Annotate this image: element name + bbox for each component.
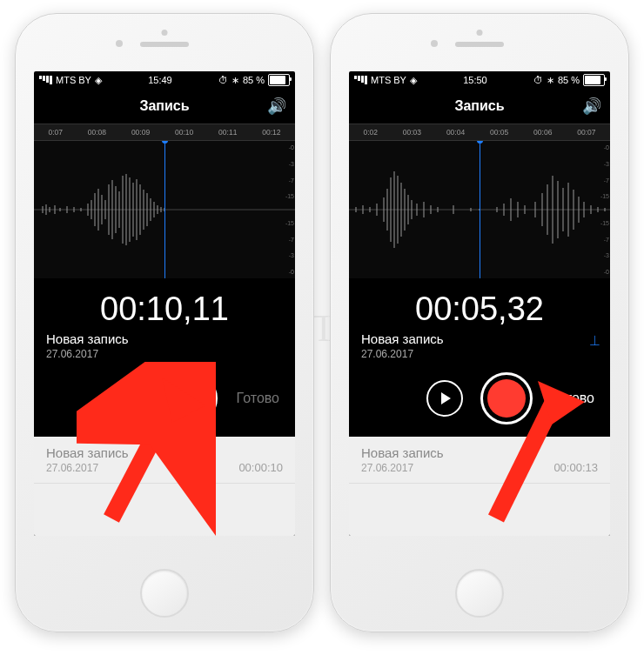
record-button[interactable] [480,372,533,424]
signal-bars-icon [354,76,367,84]
time-mark: 00:12 [262,128,280,137]
recording-title[interactable]: Новая запись [349,331,610,346]
phone-frame-right: MTS BY ◈ 15:50 ⏱ ∗ 85 % Запись 🔊 0:02 00… [330,13,629,632]
time-mark: 00:07 [577,128,595,137]
nav-header: Запись 🔊 [349,89,610,124]
db-scale: -0-3 -7-15 -15 -7-3 -0 [285,144,294,275]
done-button[interactable]: Готово [237,391,279,406]
recording-title[interactable]: Новая запись [34,331,295,346]
alarm-icon: ⏱ [533,75,543,85]
recordings-list[interactable]: Новая запись 27.06.2017 00:00:10 [34,437,295,536]
time-mark: 00:10 [175,128,193,137]
speaker-output-icon[interactable]: 🔊 [267,97,286,116]
waveform-timeline[interactable]: 0:07 00:08 00:09 00:10 00:11 00:12 [34,124,295,141]
list-item[interactable]: Новая запись 27.06.2017 00:00:10 [34,437,295,484]
sensor-dot [162,30,168,36]
list-item-duration: 00:00:13 [553,461,598,474]
time-mark: 00:08 [88,128,106,137]
bluetooth-icon: ∗ [547,75,554,86]
earpiece-speaker [455,42,504,47]
battery-icon [583,74,605,86]
list-item[interactable]: Новая запись 27.06.2017 00:00:13 [349,437,610,484]
recordings-list[interactable]: Новая запись 27.06.2017 00:00:13 [349,437,610,536]
playhead[interactable] [480,141,480,278]
home-button[interactable] [455,569,504,618]
playhead[interactable] [164,141,165,278]
page-title: Запись [139,98,189,114]
wifi-icon: ◈ [95,75,102,86]
carrier-label: MTS BY [371,75,406,85]
list-item-title: Новая запись [46,445,129,460]
list-item-title: Новая запись [361,445,444,460]
recording-date: 27.06.2017 [34,346,295,360]
transport-controls: Готово [349,372,610,424]
wifi-icon: ◈ [410,75,417,86]
bluetooth-icon: ∗ [231,75,239,86]
time-mark: 00:05 [490,128,508,137]
sensor-dot [477,30,483,36]
db-scale: -0-3 -7-15 -15 -7-3 -0 [600,144,609,275]
front-camera [431,40,438,47]
time-mark: 00:06 [533,128,552,137]
play-button[interactable] [426,380,463,417]
waveform-display[interactable]: -0-3 -7-15 -15 -7-3 -0 [349,141,610,278]
transport-controls: Готово [34,372,295,424]
time-mark: 00:04 [446,128,465,137]
stop-icon [181,388,202,409]
battery-pct: 85 % [558,75,580,85]
time-mark: 00:03 [403,128,421,137]
screen: MTS BY ◈ 15:50 ⏱ ∗ 85 % Запись 🔊 0:02 00… [349,71,610,536]
home-button[interactable] [140,569,189,618]
time-mark: 0:07 [48,128,63,137]
status-time: 15:50 [463,75,487,85]
front-camera [116,40,123,47]
earpiece-speaker [140,42,189,47]
phone-frame-left: MTS BY ◈ 15:49 ⏱ ∗ 85 % Запись 🔊 0:07 00… [15,13,314,632]
record-icon [487,379,526,418]
status-bar: MTS BY ◈ 15:49 ⏱ ∗ 85 % [34,71,295,89]
status-time: 15:49 [148,75,172,85]
nav-header: Запись 🔊 [34,89,295,124]
list-item-date: 27.06.2017 [46,462,129,474]
recording-timer: 00:10,11 [34,291,295,328]
play-button[interactable] [111,380,148,417]
time-mark: 00:11 [218,128,237,137]
time-mark: 0:02 [363,128,378,137]
alarm-icon: ⏱ [218,75,228,85]
recording-date: 27.06.2017 [349,346,610,360]
speaker-output-icon[interactable]: 🔊 [582,97,601,116]
list-item-duration: 00:00:10 [238,461,283,474]
waveform-display[interactable]: -0-3 -7-15 -15 -7-3 -0 [34,141,295,278]
signal-bars-icon [39,76,52,84]
page-title: Запись [454,98,504,114]
battery-icon [268,74,290,86]
record-stop-button[interactable] [165,372,218,424]
screen: MTS BY ◈ 15:49 ⏱ ∗ 85 % Запись 🔊 0:07 00… [34,71,295,536]
status-bar: MTS BY ◈ 15:50 ⏱ ∗ 85 % [349,71,610,89]
done-button[interactable]: Готово [552,391,594,406]
list-item-date: 27.06.2017 [361,462,444,474]
time-mark: 00:09 [131,128,150,137]
trim-icon[interactable]: ⟂ [590,331,600,350]
waveform-timeline[interactable]: 0:02 00:03 00:04 00:05 00:06 00:07 [349,124,610,141]
recording-timer: 00:05,32 [349,291,610,328]
battery-pct: 85 % [243,75,265,85]
carrier-label: MTS BY [56,75,91,85]
